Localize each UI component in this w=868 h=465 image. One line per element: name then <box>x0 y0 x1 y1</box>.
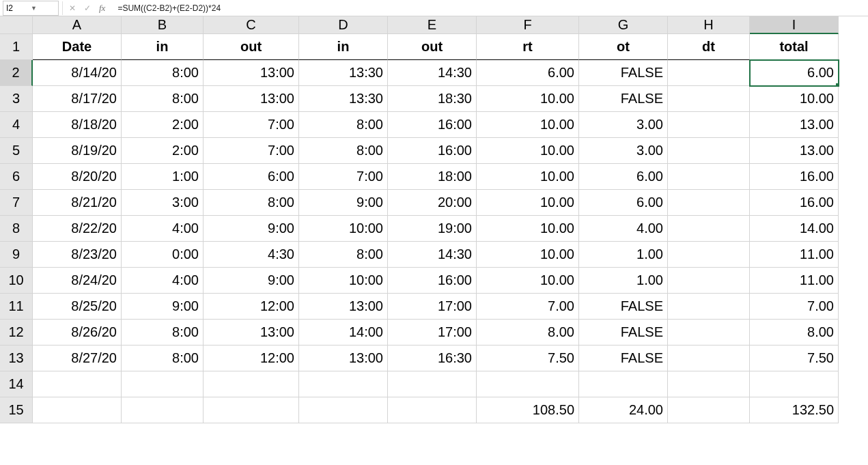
cell-H7[interactable] <box>668 190 750 216</box>
cell-F14[interactable] <box>477 371 579 397</box>
cell-A6[interactable]: 8/20/20 <box>33 164 122 190</box>
cell-B14[interactable] <box>122 371 204 397</box>
cell-A4[interactable]: 8/18/20 <box>33 112 122 138</box>
cell-D4[interactable]: 8:00 <box>299 112 388 138</box>
cell-G7[interactable]: 6.00 <box>579 190 668 216</box>
row-header-5[interactable]: 5 <box>0 138 33 164</box>
cell-E10[interactable]: 16:00 <box>388 268 477 294</box>
cell-C11[interactable]: 12:00 <box>204 294 299 320</box>
cell-D15[interactable] <box>299 397 388 423</box>
cell-H9[interactable] <box>668 242 750 268</box>
cell-H13[interactable] <box>668 346 750 371</box>
cell-H14[interactable] <box>668 371 750 397</box>
cell-C2[interactable]: 13:00 <box>204 60 299 86</box>
cell-G11[interactable]: FALSE <box>579 294 668 320</box>
cell-F11[interactable]: 7.00 <box>477 294 579 320</box>
cell-D2[interactable]: 13:30 <box>299 60 388 86</box>
cell-E13[interactable]: 16:30 <box>388 346 477 371</box>
col-header-G[interactable]: G <box>579 16 668 34</box>
cell-C13[interactable]: 12:00 <box>204 346 299 371</box>
cell-G9[interactable]: 1.00 <box>579 242 668 268</box>
cell-E4[interactable]: 16:00 <box>388 112 477 138</box>
cell-D12[interactable]: 14:00 <box>299 320 388 346</box>
cell-E6[interactable]: 18:00 <box>388 164 477 190</box>
cell-E15[interactable] <box>388 397 477 423</box>
cell-B9[interactable]: 0:00 <box>122 242 204 268</box>
cancel-icon[interactable]: ✕ <box>69 3 76 13</box>
cell-G8[interactable]: 4.00 <box>579 216 668 242</box>
cell-A5[interactable]: 8/19/20 <box>33 138 122 164</box>
header-cell-B[interactable]: in <box>122 34 204 60</box>
cell-I2[interactable]: 6.00 <box>750 60 839 86</box>
cell-B13[interactable]: 8:00 <box>122 346 204 371</box>
cell-F8[interactable]: 10.00 <box>477 216 579 242</box>
name-box-dropdown-icon[interactable]: ▼ <box>31 5 55 12</box>
cell-F15[interactable]: 108.50 <box>477 397 579 423</box>
cell-C15[interactable] <box>204 397 299 423</box>
cell-E2[interactable]: 14:30 <box>388 60 477 86</box>
cell-C3[interactable]: 13:00 <box>204 86 299 112</box>
cell-G6[interactable]: 6.00 <box>579 164 668 190</box>
cell-D9[interactable]: 8:00 <box>299 242 388 268</box>
cell-H3[interactable] <box>668 86 750 112</box>
cell-C7[interactable]: 8:00 <box>204 190 299 216</box>
cell-C5[interactable]: 7:00 <box>204 138 299 164</box>
cell-D14[interactable] <box>299 371 388 397</box>
cell-B11[interactable]: 9:00 <box>122 294 204 320</box>
row-header-4[interactable]: 4 <box>0 112 33 138</box>
cell-I14[interactable] <box>750 371 839 397</box>
row-header-10[interactable]: 10 <box>0 268 33 294</box>
cell-C8[interactable]: 9:00 <box>204 216 299 242</box>
cell-F9[interactable]: 10.00 <box>477 242 579 268</box>
col-header-I[interactable]: I <box>750 16 839 34</box>
cell-I13[interactable]: 7.50 <box>750 346 839 371</box>
cell-E14[interactable] <box>388 371 477 397</box>
cell-E7[interactable]: 20:00 <box>388 190 477 216</box>
cell-H11[interactable] <box>668 294 750 320</box>
cell-H4[interactable] <box>668 112 750 138</box>
cell-D7[interactable]: 9:00 <box>299 190 388 216</box>
cell-A13[interactable]: 8/27/20 <box>33 346 122 371</box>
cell-G15[interactable]: 24.00 <box>579 397 668 423</box>
row-header-7[interactable]: 7 <box>0 190 33 216</box>
col-header-A[interactable]: A <box>33 16 122 34</box>
cell-B2[interactable]: 8:00 <box>122 60 204 86</box>
cell-F4[interactable]: 10.00 <box>477 112 579 138</box>
cell-I6[interactable]: 16.00 <box>750 164 839 190</box>
cell-E9[interactable]: 14:30 <box>388 242 477 268</box>
header-cell-C[interactable]: out <box>204 34 299 60</box>
col-header-D[interactable]: D <box>299 16 388 34</box>
formula-input[interactable] <box>113 3 868 14</box>
row-header-14[interactable]: 14 <box>0 371 33 397</box>
cell-C12[interactable]: 13:00 <box>204 320 299 346</box>
cell-C4[interactable]: 7:00 <box>204 112 299 138</box>
cell-F3[interactable]: 10.00 <box>477 86 579 112</box>
cell-A3[interactable]: 8/17/20 <box>33 86 122 112</box>
cell-E3[interactable]: 18:30 <box>388 86 477 112</box>
row-header-2[interactable]: 2 <box>0 60 33 86</box>
cell-I12[interactable]: 8.00 <box>750 320 839 346</box>
cell-D11[interactable]: 13:00 <box>299 294 388 320</box>
header-cell-F[interactable]: rt <box>477 34 579 60</box>
cell-B7[interactable]: 3:00 <box>122 190 204 216</box>
cell-C9[interactable]: 4:30 <box>204 242 299 268</box>
cell-D5[interactable]: 8:00 <box>299 138 388 164</box>
cell-H12[interactable] <box>668 320 750 346</box>
cell-H15[interactable] <box>668 397 750 423</box>
cell-A15[interactable] <box>33 397 122 423</box>
row-header-6[interactable]: 6 <box>0 164 33 190</box>
cell-I9[interactable]: 11.00 <box>750 242 839 268</box>
col-header-B[interactable]: B <box>122 16 204 34</box>
header-cell-G[interactable]: ot <box>579 34 668 60</box>
cell-F13[interactable]: 7.50 <box>477 346 579 371</box>
name-box[interactable]: I2 ▼ <box>3 1 59 16</box>
cell-C14[interactable] <box>204 371 299 397</box>
col-header-C[interactable]: C <box>204 16 299 34</box>
cell-G12[interactable]: FALSE <box>579 320 668 346</box>
row-header-3[interactable]: 3 <box>0 86 33 112</box>
col-header-F[interactable]: F <box>477 16 579 34</box>
cell-D13[interactable]: 13:00 <box>299 346 388 371</box>
cell-G10[interactable]: 1.00 <box>579 268 668 294</box>
cell-E11[interactable]: 17:00 <box>388 294 477 320</box>
cell-H8[interactable] <box>668 216 750 242</box>
